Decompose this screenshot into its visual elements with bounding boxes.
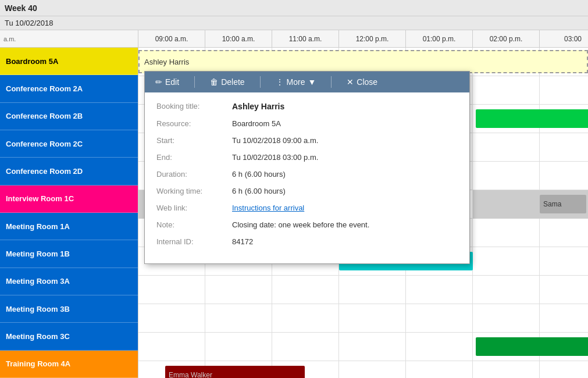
sidebar: Boardroom 5A Conference Room 2A Conferen… [0,48,138,378]
grid-cell [540,361,588,378]
time-1000: 10:00 a.m. [205,30,272,47]
start-label: Start: [156,136,232,145]
edit-button[interactable]: ✏ Edit [152,75,183,89]
grid-cell [138,333,205,361]
grid-row-training4a: Emma Walker [138,361,588,378]
grid-cell [272,333,339,361]
sidebar-item-meeting3a[interactable]: Meeting Room 3A [0,268,138,295]
close-icon: ✕ [347,77,354,87]
grid-cell [339,304,406,332]
grid-cell [473,276,540,304]
grid-cell [272,304,339,332]
edit-label: Edit [165,77,179,87]
dots-icon: ⋮ [276,77,284,87]
grid-cell [205,333,272,361]
grid-cell [406,361,473,378]
grid-row-meeting3a [138,276,588,304]
pencil-icon: ✏ [155,77,162,87]
grid-cell [205,276,272,304]
grid-cell [540,133,588,161]
grid-cell [540,76,588,104]
grid-cell [473,361,540,378]
popup-row-title: Booking title: Ashley Harris [156,102,458,111]
grid-cell [339,333,406,361]
sidebar-item-conf2d[interactable]: Conference Room 2D [0,158,138,185]
grid-cell [540,276,588,304]
grid-cell [473,219,540,247]
grid-cell [540,247,588,275]
end-label: End: [156,153,232,162]
booking-title-value: Ashley Harris [232,102,284,111]
event-training-emma[interactable]: Emma Walker [165,366,305,378]
sidebar-item-meeting3c[interactable]: Meeting Room 3C [0,323,138,350]
sidebar-item-training4a[interactable]: Training Room 4A [0,351,138,378]
popup-row-note: Note: Closing date: one week before the … [156,220,458,229]
grid-cell [473,162,540,190]
time-0900: 09:00 a.m. [138,30,205,47]
working-time-value: 6 h (6.00 hours) [232,187,286,195]
grid-cell [406,304,473,332]
grid-cell [473,76,540,104]
grid-cell [339,276,406,304]
toolbar-sep-1 [194,76,195,88]
time-1200: 12:00 p.m. [339,30,406,47]
time-0300: 03:00 [540,30,588,47]
sidebar-item-meeting1a[interactable]: Meeting Room 1A [0,213,138,240]
popup-row-start: Start: Tu 10/02/2018 09:00 a.m. [156,136,458,145]
grid-cell [205,304,272,332]
toolbar-sep-3 [331,76,332,88]
grid-cell [272,276,339,304]
popup-row-internal-id: Internal ID: 84172 [156,237,458,246]
booking-bar-title: Ashley Harris [144,58,189,66]
week-label: Week 40 [0,3,138,13]
chevron-down-icon: ▼ [308,77,316,87]
popup-toolbar: ✏ Edit 🗑 Delete ⋮ More ▼ [145,72,469,92]
close-button[interactable]: ✕ Close [343,75,381,89]
grid-cell [138,276,205,304]
more-label: More [287,77,305,87]
booking-detail-popup: ✏ Edit 🗑 Delete ⋮ More ▼ [144,71,470,264]
sidebar-item-conf2b[interactable]: Conference Room 2B [0,103,138,130]
sidebar-item-meeting1b[interactable]: Meeting Room 1B [0,240,138,268]
grid-cell [138,304,205,332]
grid-cell [540,304,588,332]
sidebar-item-conf2a[interactable]: Conference Room 2A [0,75,138,102]
popup-body: Booking title: Ashley Harris Resource: B… [145,92,469,263]
close-label: Close [357,77,377,87]
popup-row-weblink: Web link: Instructions for arrival [156,204,458,212]
grid-cell [473,247,540,275]
booking-title-label: Booking title: [156,102,232,111]
sidebar-item-interview1c[interactable]: Interview Room 1C [0,186,138,213]
grid-row-meeting3b [138,304,588,333]
more-button[interactable]: ⋮ More ▼ [272,75,320,89]
calendar-grid: Ashley Harris [138,48,588,378]
grid-cell [473,133,540,161]
grid-row-meeting3c [138,333,588,361]
event-conf2b[interactable] [476,109,588,128]
sidebar-item-boardroom5a[interactable]: Boardroom 5A [0,48,138,75]
sidebar-item-meeting3b[interactable]: Meeting Room 3B [0,295,138,323]
grid-cell [406,276,473,304]
grid-cell [473,304,540,332]
start-value: Tu 10/02/2018 09:00 a.m. [232,136,318,145]
working-time-label: Working time: [156,187,232,195]
booking-bar-ashley[interactable]: Ashley Harris [138,50,588,73]
weblink-value[interactable]: Instructions for arrival [232,204,304,212]
popup-row-end: End: Tu 10/02/2018 03:00 p.m. [156,153,458,162]
internal-id-value: 84172 [232,237,253,246]
delete-button[interactable]: 🗑 Delete [206,75,248,89]
grid-cell [339,361,406,378]
note-value: Closing date: one week before the event. [232,220,369,229]
duration-value: 6 h (6.00 hours) [232,170,286,179]
toolbar-sep-2 [260,76,261,88]
event-interview-sama[interactable]: Sama [540,195,586,213]
duration-label: Duration: [156,170,232,179]
event-meeting3c[interactable] [476,337,588,356]
time-1100: 11:00 a.m. [272,30,339,47]
sidebar-item-conf2c[interactable]: Conference Room 2C [0,130,138,158]
grid-cell [406,333,473,361]
grid-cell [540,162,588,190]
time-0200: 02:00 p.m. [473,30,540,47]
popup-row-resource: Resource: Boardroom 5A [156,119,458,128]
resource-value: Boardroom 5A [232,119,281,128]
